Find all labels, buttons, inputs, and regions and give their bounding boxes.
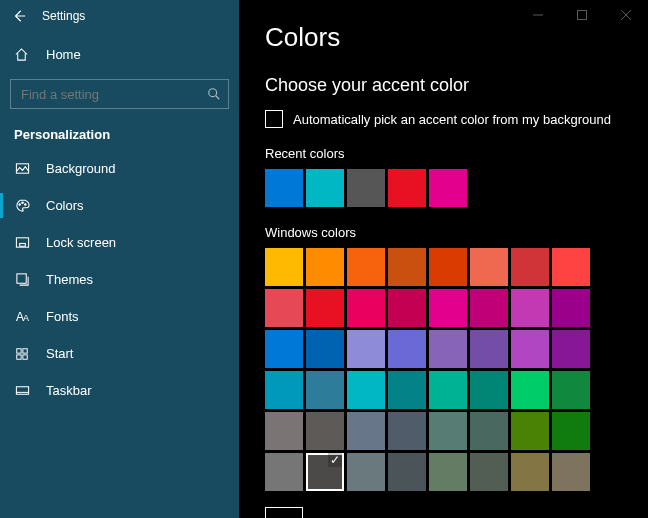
auto-accent-row[interactable]: Automatically pick an accent color from … <box>265 110 648 128</box>
color-swatch[interactable] <box>347 169 385 207</box>
color-swatch[interactable] <box>470 289 508 327</box>
color-swatch[interactable] <box>429 371 467 409</box>
page-subtitle: Choose your accent color <box>265 75 648 96</box>
svg-point-2 <box>18 204 20 206</box>
window-controls <box>516 0 648 30</box>
nav-lockscreen[interactable]: Lock screen <box>0 224 239 261</box>
custom-color-button[interactable]: + Custom color <box>265 507 648 518</box>
auto-accent-label: Automatically pick an accent color from … <box>293 112 611 127</box>
color-swatch[interactable] <box>552 289 590 327</box>
color-swatch[interactable] <box>388 453 426 491</box>
color-swatch[interactable] <box>347 412 385 450</box>
color-swatch[interactable] <box>306 371 344 409</box>
nav-colors[interactable]: Colors <box>0 187 239 224</box>
color-swatch[interactable] <box>265 412 303 450</box>
color-swatch[interactable] <box>265 453 303 491</box>
color-swatch[interactable] <box>306 289 344 327</box>
nav-taskbar[interactable]: Taskbar <box>0 372 239 409</box>
content: Colors Choose your accent color Automati… <box>239 0 648 518</box>
color-swatch[interactable] <box>306 412 344 450</box>
color-swatch[interactable] <box>306 453 344 491</box>
color-swatch[interactable] <box>265 169 303 207</box>
recent-colors-label: Recent colors <box>265 146 648 161</box>
color-swatch[interactable] <box>429 248 467 286</box>
color-swatch[interactable] <box>511 330 549 368</box>
sidebar: Settings Home Personalization Background… <box>0 0 239 518</box>
color-swatch[interactable] <box>388 169 426 207</box>
color-swatch[interactable] <box>552 453 590 491</box>
taskbar-icon <box>14 383 30 398</box>
color-swatch[interactable] <box>552 248 590 286</box>
svg-rect-10 <box>17 354 21 358</box>
nav-fonts[interactable]: AA Fonts <box>0 298 239 335</box>
maximize-button[interactable] <box>560 0 604 30</box>
home-icon <box>14 47 30 62</box>
nav-label: Colors <box>46 198 84 213</box>
plus-icon: + <box>265 507 303 518</box>
nav: Background Colors Lock screen Themes AA … <box>0 150 239 409</box>
color-swatch[interactable] <box>388 412 426 450</box>
nav-label: Themes <box>46 272 93 287</box>
color-swatch[interactable] <box>511 371 549 409</box>
color-swatch[interactable] <box>429 453 467 491</box>
color-swatch[interactable] <box>347 289 385 327</box>
home-button[interactable]: Home <box>0 38 239 71</box>
color-swatch[interactable] <box>429 169 467 207</box>
color-swatch[interactable] <box>265 330 303 368</box>
color-swatch[interactable] <box>347 248 385 286</box>
themes-icon <box>14 272 30 287</box>
color-swatch[interactable] <box>347 453 385 491</box>
color-swatch[interactable] <box>470 330 508 368</box>
svg-rect-8 <box>17 348 21 352</box>
color-swatch[interactable] <box>429 330 467 368</box>
color-swatch[interactable] <box>511 289 549 327</box>
color-swatch[interactable] <box>429 412 467 450</box>
color-swatch[interactable] <box>388 248 426 286</box>
windows-colors <box>265 248 605 491</box>
color-swatch[interactable] <box>265 248 303 286</box>
nav-background[interactable]: Background <box>0 150 239 187</box>
color-swatch[interactable] <box>347 330 385 368</box>
color-swatch[interactable] <box>552 371 590 409</box>
color-swatch[interactable] <box>511 412 549 450</box>
nav-themes[interactable]: Themes <box>0 261 239 298</box>
color-swatch[interactable] <box>470 412 508 450</box>
color-swatch[interactable] <box>306 169 344 207</box>
search-input[interactable] <box>10 79 229 109</box>
color-swatch[interactable] <box>552 412 590 450</box>
color-swatch[interactable] <box>265 289 303 327</box>
nav-start[interactable]: Start <box>0 335 239 372</box>
color-swatch[interactable] <box>388 289 426 327</box>
svg-rect-6 <box>19 243 25 246</box>
color-swatch[interactable] <box>265 371 303 409</box>
minimize-button[interactable] <box>516 0 560 30</box>
close-button[interactable] <box>604 0 648 30</box>
svg-rect-12 <box>16 387 28 395</box>
color-swatch[interactable] <box>306 248 344 286</box>
color-swatch[interactable] <box>306 330 344 368</box>
lockscreen-icon <box>14 235 30 250</box>
color-swatch[interactable] <box>347 371 385 409</box>
titlebar: Settings <box>0 0 239 32</box>
color-swatch[interactable] <box>552 330 590 368</box>
color-swatch[interactable] <box>470 453 508 491</box>
svg-point-0 <box>209 89 217 97</box>
app-title: Settings <box>42 9 85 23</box>
nav-label: Fonts <box>46 309 79 324</box>
checkbox-icon <box>265 110 283 128</box>
color-swatch[interactable] <box>429 289 467 327</box>
color-swatch[interactable] <box>388 371 426 409</box>
color-swatch[interactable] <box>470 371 508 409</box>
color-swatch[interactable] <box>511 248 549 286</box>
svg-rect-11 <box>23 354 27 358</box>
back-button[interactable] <box>10 7 28 25</box>
color-swatch[interactable] <box>470 248 508 286</box>
color-swatch[interactable] <box>388 330 426 368</box>
home-label: Home <box>46 47 81 62</box>
color-swatch[interactable] <box>511 453 549 491</box>
svg-rect-7 <box>16 274 25 283</box>
svg-rect-9 <box>23 348 27 352</box>
windows-colors-label: Windows colors <box>265 225 648 240</box>
nav-label: Lock screen <box>46 235 116 250</box>
svg-point-4 <box>24 204 26 206</box>
